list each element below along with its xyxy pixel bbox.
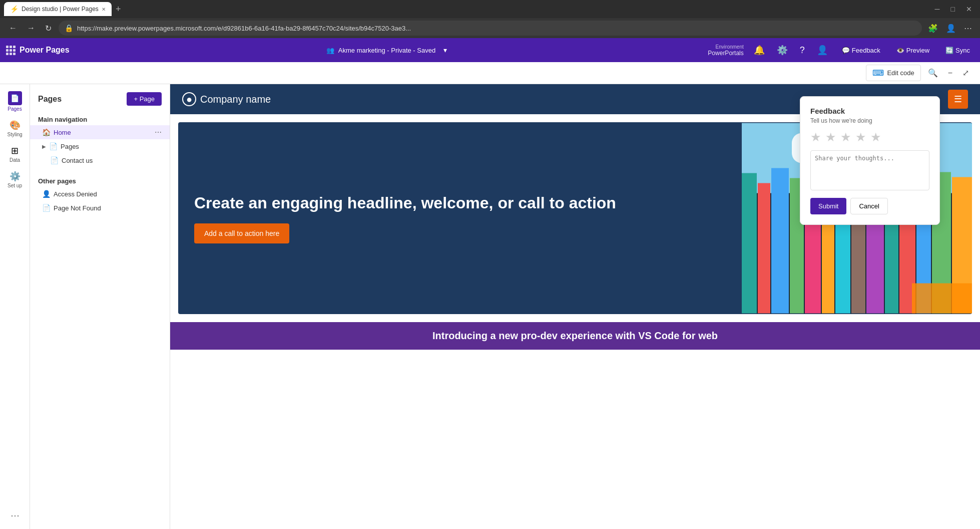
back-button[interactable]: ← (6, 22, 20, 35)
refresh-button[interactable]: ↻ (42, 22, 55, 35)
vscode-banner-text: Introducing a new pro-dev experience wit… (432, 330, 718, 341)
sub-topbar-right: ⌨ Edit code 🔍 − ⤢ (866, 65, 972, 81)
site-dropdown-button[interactable]: ▾ (439, 44, 451, 56)
svg-rect-6 (771, 168, 789, 314)
new-tab-button[interactable]: + (112, 4, 125, 15)
browser-addressbar: ← → ↻ 🔒 https://make.preview.powerpages.… (0, 18, 980, 38)
pages-nav-label: Pages (61, 143, 79, 150)
environment-name: PowerPortals (708, 50, 743, 57)
save-icon: 👥 (326, 47, 334, 54)
home-more-button[interactable]: ⋯ (155, 128, 162, 136)
sync-icon: 🔄 (945, 47, 953, 54)
nav-item-pages[interactable]: ▶ 📄 Pages (30, 139, 170, 153)
topbar-right: Environment PowerPortals 🔔 ⚙️ ? 👤 💬 Feed… (708, 43, 974, 58)
page-not-found-icon: 📄 (42, 204, 51, 212)
setup-label: Set up (8, 183, 22, 188)
maximize-button[interactable]: □ (947, 3, 959, 15)
nav-item-page-not-found[interactable]: 📄 Page Not Found (30, 201, 170, 215)
site-logo: ● Company name (182, 92, 271, 106)
star-3[interactable]: ★ (840, 130, 851, 144)
data-icon: ⊞ (11, 145, 19, 156)
pages-nav-icon: 📄 (49, 142, 58, 150)
url-text: https://make.preview.powerpages.microsof… (77, 25, 916, 32)
minimize-button[interactable]: ─ (931, 3, 944, 15)
pages-label: Pages (8, 106, 22, 112)
app-topbar: Power Pages 👥 Akme marketing - Private -… (0, 38, 980, 62)
feedback-actions: Submit Cancel (810, 198, 929, 214)
nav-item-access-denied[interactable]: 👤 Access Denied (30, 187, 170, 201)
feedback-submit-button[interactable]: Submit (810, 198, 846, 214)
help-button[interactable]: ? (798, 43, 807, 58)
pages-panel-header: Pages + Page (30, 90, 170, 112)
nav-item-contact[interactable]: 📄 Contact us (30, 153, 170, 167)
zoom-dropdown-button[interactable]: 🔍 (925, 66, 941, 80)
preview-icon: 👁️ (896, 47, 904, 54)
zoom-out-button[interactable]: − (945, 67, 955, 80)
more-options-icon[interactable]: ⋯ (962, 22, 974, 35)
star-4[interactable]: ★ (855, 130, 866, 144)
app-logo[interactable]: Power Pages (6, 46, 70, 55)
company-name: Company name (200, 94, 271, 105)
grid-icon (6, 46, 16, 55)
sidebar-icons: 📄 Pages 🎨 Styling ⊞ Data ⚙️ Set up ⋯ (0, 84, 30, 529)
environment-info: Environment PowerPortals (708, 44, 743, 57)
notification-button[interactable]: 🔔 (752, 43, 767, 58)
nav-item-home[interactable]: 🏠 Home ⋯ (30, 125, 170, 139)
sidebar-item-setup[interactable]: ⚙️ Set up (2, 168, 28, 191)
data-label: Data (10, 157, 20, 163)
other-pages-section: Other pages (30, 173, 170, 187)
sync-button[interactable]: 🔄 Sync (941, 45, 974, 56)
setup-icon: ⚙️ (10, 171, 21, 182)
forward-button[interactable]: → (24, 22, 38, 35)
site-logo-circle: ● (182, 92, 196, 106)
account-button[interactable]: 👤 (815, 43, 830, 58)
extensions-icon[interactable]: 🧩 (926, 22, 940, 35)
sub-topbar: ⌨ Edit code 🔍 − ⤢ (0, 62, 980, 84)
sidebar-item-pages[interactable]: 📄 Pages (2, 88, 28, 115)
page-not-found-label: Page Not Found (54, 204, 101, 212)
contact-label: Contact us (62, 157, 93, 164)
feedback-textarea[interactable] (810, 150, 929, 190)
feedback-stars[interactable]: ★ ★ ★ ★ ★ (810, 130, 929, 144)
feedback-topbar-button[interactable]: 💬 Feedback (838, 45, 884, 56)
tab-favicon: ⚡ (10, 5, 19, 13)
edit-code-button[interactable]: ⌨ Edit code (866, 65, 920, 81)
home-icon: 🏠 (42, 128, 51, 136)
access-denied-icon: 👤 (42, 190, 51, 198)
feedback-cancel-button[interactable]: Cancel (850, 198, 887, 214)
star-5[interactable]: ★ (870, 130, 881, 144)
more-sidebar-options[interactable]: ⋯ (11, 510, 20, 529)
styling-label: Styling (7, 132, 22, 137)
feedback-popup: Feedback Tell us how we're doing ★ ★ ★ ★… (800, 96, 940, 225)
access-denied-label: Access Denied (54, 190, 97, 198)
home-label: Home (54, 129, 71, 136)
star-2[interactable]: ★ (825, 130, 836, 144)
sync-label: Sync (955, 47, 970, 54)
hero-cta-button[interactable]: Add a call to action here (194, 223, 289, 243)
vscode-banner: Introducing a new pro-dev experience wit… (170, 322, 980, 350)
pages-panel-title: Pages (38, 95, 62, 104)
edit-code-label: Edit code (887, 69, 914, 77)
preview-button[interactable]: 👁️ Preview (892, 45, 933, 56)
url-bar[interactable]: 🔒 https://make.preview.powerpages.micros… (59, 21, 922, 36)
sidebar-item-styling[interactable]: 🎨 Styling (2, 117, 28, 140)
settings-button[interactable]: ⚙️ (775, 43, 790, 58)
pages-icon: 📄 (11, 94, 19, 102)
tab-close-icon[interactable]: ✕ (102, 7, 106, 12)
pages-panel: Pages + Page Main navigation 🏠 Home ⋯ ▶ … (30, 84, 170, 529)
sidebar-item-data[interactable]: ⊞ Data (2, 142, 28, 166)
browser-chrome: ⚡ Design studio | Power Pages ✕ + ─ □ ✕ … (0, 0, 980, 38)
add-page-button[interactable]: + Page (127, 92, 162, 106)
hero-content: Create an engaging headline, welcome, or… (178, 122, 742, 314)
svg-rect-5 (758, 183, 770, 314)
close-button[interactable]: ✕ (962, 3, 976, 15)
contact-icon: 📄 (50, 156, 59, 164)
profile-icon[interactable]: 👤 (944, 22, 958, 35)
fullscreen-button[interactable]: ⤢ (959, 66, 972, 80)
svg-rect-4 (742, 173, 757, 314)
site-menu-button[interactable]: ☰ (948, 90, 968, 109)
star-1[interactable]: ★ (810, 130, 821, 144)
svg-rect-18 (912, 284, 972, 314)
tab-title: Design studio | Power Pages (22, 6, 99, 13)
browser-tab[interactable]: ⚡ Design studio | Power Pages ✕ (4, 2, 112, 16)
